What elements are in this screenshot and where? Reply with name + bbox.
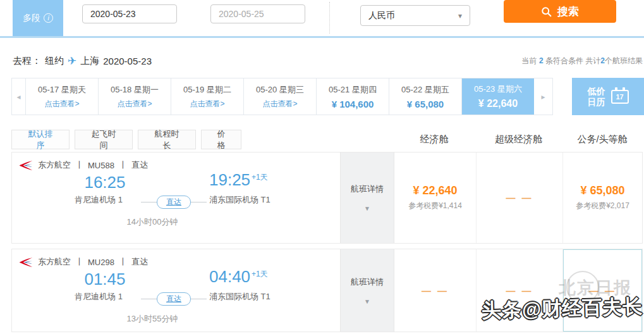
currency-select[interactable]: 人民币 ▾ (360, 5, 470, 26)
business-first-fare-cell[interactable]: ¥ 65,080 参考税费¥2,017 (563, 152, 642, 243)
separator: 丨 (119, 256, 127, 268)
date-tab-05-20[interactable]: 05-20 星期三 点击查看> (243, 78, 316, 115)
no-fare-dash: — — (506, 192, 533, 203)
flight-details-toggle[interactable]: 航班详情 ▼ (340, 152, 394, 243)
date-tab-link[interactable]: 点击查看> (44, 99, 79, 109)
flight-info: 东方航空 丨 MU588 丨 直达 16:25 肯尼迪机场 1 直达 19:25… (12, 152, 340, 243)
info-icon: i (44, 13, 53, 23)
departure-time: 16:25 (67, 173, 143, 192)
depart-date-input[interactable] (82, 4, 177, 23)
date-tab-link[interactable]: 点击查看> (190, 99, 224, 109)
separator: 丨 (119, 159, 127, 171)
flight-info: 东方航空 丨 MU298 丨 直达 01:45 肯尼迪机场 1 直达 04:40… (12, 249, 340, 332)
filter-price[interactable]: 价格 (201, 130, 241, 149)
arrival-time: 04:40+1天 (209, 267, 268, 287)
strip-next-arrow-icon[interactable]: ▸ (534, 78, 552, 115)
airline-name: 东方航空 (38, 159, 71, 171)
filter-row: 默认排序 起飞时间 航程时长 价格 经济舱 超级经济舱 公务/头等舱 (11, 130, 633, 150)
calendar-icon: 17 (611, 90, 629, 104)
route-to: 上海 (80, 55, 99, 67)
route-bar: 去程： 纽约 ✈ 上海 2020-05-23 当前 2 条符合条件 共计2个航班… (13, 54, 643, 68)
china-eastern-logo (18, 160, 33, 171)
date-tab-label: 05-23 星期六 (474, 84, 522, 95)
date-tab-link[interactable]: 点击查看> (117, 99, 152, 109)
direct-flight-badge[interactable]: 直达 (157, 292, 191, 306)
flight-details-label: 航班详情 (351, 184, 384, 195)
flight-duration: 13小时55分钟 (114, 313, 190, 325)
departure-airport: 肯尼迪机场 1 (48, 291, 149, 302)
route-from: 纽约 (45, 55, 64, 67)
economy-price: ¥ 22,640 (413, 184, 457, 197)
summary-text: 个航班结果 (605, 56, 643, 65)
premium-economy-fare-cell[interactable]: — — (477, 249, 563, 332)
date-tab-05-17[interactable]: 05-17 星期天 点击查看> (25, 78, 98, 115)
filter-departure-time[interactable]: 起飞时间 (75, 130, 133, 149)
flight-row-mu298: 东方航空 丨 MU298 丨 直达 01:45 肯尼迪机场 1 直达 04:40… (11, 249, 643, 332)
search-icon (541, 6, 552, 17)
economy-tax: 参考税费¥1,414 (408, 201, 462, 211)
route-date: 2020-05-23 (103, 56, 152, 66)
business-first-fare-cell-highlighted[interactable]: — — (563, 249, 642, 332)
date-tab-05-18[interactable]: 05-18 星期一 点击查看> (98, 78, 171, 115)
date-tab-label: 05-22 星期五 (401, 84, 449, 96)
chevron-down-icon: ▼ (364, 205, 370, 212)
date-tab-label: 05-21 星期四 (329, 84, 377, 96)
route-label: 去程： (13, 55, 41, 67)
search-button-label: 搜索 (557, 4, 579, 19)
date-tab-link[interactable]: 点击查看> (262, 99, 297, 109)
low-price-calendar-button[interactable]: 低价日历 17 (572, 78, 644, 115)
return-date-input[interactable] (210, 4, 305, 23)
date-tab-label: 05-20 星期三 (256, 84, 304, 96)
header-divider (329, 2, 330, 34)
airline-line: 东方航空 丨 MU588 丨 直达 (18, 159, 148, 171)
arrival-plus-day: +1天 (252, 173, 268, 182)
multi-segment-label: 多段 (23, 13, 40, 24)
route-type: 直达 (131, 159, 148, 171)
date-tab-05-19[interactable]: 05-19 星期二 点击查看> (171, 78, 243, 115)
summary-count-total: 2 (600, 56, 605, 65)
column-header-business-first: 公务/头等舱 (562, 134, 643, 146)
flight-duration: 14小时00分钟 (114, 216, 190, 228)
no-fare-dash: — — (589, 285, 616, 296)
currency-value: 人民币 (368, 10, 395, 22)
no-fare-dash: — — (506, 285, 533, 296)
date-tab-label: 05-18 星期一 (111, 84, 159, 96)
premium-economy-fare-cell[interactable]: — — (477, 152, 563, 243)
filter-default-sort[interactable]: 默认排序 (11, 130, 70, 149)
departure-airport: 肯尼迪机场 1 (48, 194, 149, 206)
date-tab-05-21[interactable]: 05-21 星期四 ¥ 104,600 (316, 78, 389, 115)
date-tab-05-23-selected[interactable]: 05-23 星期六 ¥ 22,640 (461, 78, 534, 115)
flight-number: MU298 (88, 258, 114, 267)
chevron-down-icon: ▼ (364, 298, 370, 305)
plane-icon: ✈ (68, 54, 76, 68)
no-fare-dash: — — (422, 285, 449, 296)
summary-text: 当前 (522, 56, 539, 65)
business-tax: 参考税费¥2,017 (576, 201, 629, 211)
column-header-economy: 经济舱 (393, 134, 475, 146)
route-info: 去程： 纽约 ✈ 上海 2020-05-23 (13, 54, 152, 68)
business-price: ¥ 65,080 (580, 184, 624, 197)
date-tab-price: ¥ 104,600 (332, 99, 374, 109)
chevron-down-icon: ▾ (458, 11, 462, 20)
departure-time: 01:45 (67, 270, 143, 289)
filter-duration[interactable]: 航程时长 (138, 130, 196, 149)
route-connector: 直达 (141, 292, 207, 306)
flight-details-toggle[interactable]: 航班详情 ▼ (340, 249, 394, 332)
economy-fare-cell[interactable]: ¥ 22,640 参考税费¥1,414 (394, 152, 477, 243)
date-tab-price: ¥ 65,080 (407, 99, 444, 109)
economy-fare-cell[interactable]: — — (394, 249, 477, 332)
flight-number: MU588 (88, 161, 114, 170)
date-tab-label: 05-19 星期二 (183, 84, 231, 96)
low-price-calendar-label: 低价日历 (588, 86, 605, 106)
date-tab-05-22[interactable]: 05-22 星期五 ¥ 65,080 (389, 78, 461, 115)
airline-line: 东方航空 丨 MU298 丨 直达 (18, 256, 148, 268)
arrival-airport: 浦东国际机场 T1 (209, 291, 270, 302)
search-button[interactable]: 搜索 (504, 0, 616, 23)
column-header-premium-economy: 超级经济舱 (475, 134, 562, 146)
date-strip: ◂ 05-17 星期天 点击查看> 05-18 星期一 点击查看> 05-19 … (11, 78, 553, 115)
direct-flight-badge[interactable]: 直达 (157, 196, 191, 209)
separator: 丨 (75, 159, 83, 171)
tab-multi-segment[interactable]: 多段 i (13, 0, 63, 36)
strip-prev-arrow-icon[interactable]: ◂ (12, 78, 25, 115)
route-connector: 直达 (141, 196, 207, 209)
